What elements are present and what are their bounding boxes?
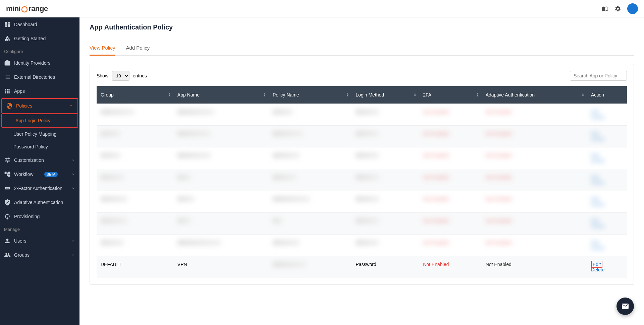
sidebar-item-dashboard[interactable]: Dashboard [0, 17, 79, 31]
col-app-name[interactable]: App Name▲▼ [173, 86, 269, 104]
sidebar-label: Dashboard [14, 22, 37, 27]
table-row: Not Enabled Not Enabled EditDelete [97, 147, 627, 169]
logo[interactable]: mini range [6, 4, 48, 13]
delete-link[interactable]: Delete [591, 267, 604, 272]
customize-icon [4, 157, 11, 164]
sidebar-section-manage: Manage [0, 223, 79, 234]
user-icon [4, 238, 11, 244]
tab-add-policy[interactable]: Add Policy [126, 39, 150, 55]
sidebar-label: Policies [16, 103, 32, 109]
sidebar-label: Adaptive Authentication [14, 200, 63, 205]
sidebar-label: Apps [14, 88, 25, 94]
sidebar-label: Customization [14, 157, 44, 163]
search-input[interactable] [570, 71, 627, 81]
tab-view-policy[interactable]: View Policy [90, 39, 115, 56]
sidebar-item-apps[interactable]: Apps [0, 84, 79, 98]
table-row: Not Enabled Not Enabled EditDelete [97, 104, 627, 126]
sidebar-item-groups[interactable]: Groups [0, 248, 79, 262]
groups-icon [4, 252, 11, 258]
apps-icon [4, 88, 11, 94]
main-content: App Authentication Policy View Policy Ad… [79, 17, 644, 325]
sidebar-label: App Login Policy [15, 118, 50, 123]
chevron-right-icon [71, 239, 75, 243]
sidebar-label: Password Policy [13, 144, 48, 149]
col-action: Action [587, 86, 627, 104]
sort-icon: ▲▼ [168, 93, 171, 97]
entries-label: entries [133, 73, 147, 78]
sort-icon: ▲▼ [263, 93, 266, 97]
page-title: App Authentication Policy [90, 17, 634, 36]
entries-select[interactable]: 10 [112, 71, 129, 81]
sidebar-sub-app-login-policy[interactable]: App Login Policy [2, 114, 77, 127]
sidebar-label: Getting Started [14, 36, 46, 41]
sidebar: Dashboard Getting Started Configure Iden… [0, 17, 79, 325]
policy-table: Group▲▼ App Name▲▼ Policy Name▲▼ Login M… [97, 86, 627, 278]
docs-icon[interactable] [602, 5, 608, 12]
sidebar-item-external-directories[interactable]: External Directories [0, 70, 79, 84]
chat-fab[interactable] [616, 298, 634, 315]
col-policy-name[interactable]: Policy Name▲▼ [269, 86, 352, 104]
tabs: View Policy Add Policy [90, 39, 634, 56]
sidebar-label: 2-Factor Authentication [14, 186, 62, 191]
sort-icon: ▲▼ [346, 93, 349, 97]
sidebar-label: External Directories [14, 74, 55, 80]
col-adaptive-auth[interactable]: Adaptive Authentication▲▼ [482, 86, 587, 104]
col-group[interactable]: Group▲▼ [97, 86, 173, 104]
beta-badge: BETA [44, 172, 57, 177]
dashboard-icon [4, 21, 11, 28]
shield-check-icon [4, 199, 11, 206]
avatar[interactable] [627, 3, 638, 14]
chevron-right-icon [71, 186, 75, 191]
sync-icon [4, 213, 11, 220]
sidebar-label: Workflow [14, 172, 33, 177]
panel: Show 10 entries Group▲▼ App Name▲▼ Polic… [90, 64, 634, 285]
cell-login-method: Password [352, 256, 419, 278]
cell-policy-name [269, 256, 352, 278]
table-row: Not Enabled Not Enabled EditDelete [97, 169, 627, 191]
list-icon [4, 74, 11, 80]
sidebar-item-identity-providers[interactable]: Identity Providers [0, 56, 79, 70]
sidebar-label: Identity Providers [14, 60, 50, 66]
cell-app-name: VPN [173, 256, 269, 278]
chevron-down-icon [69, 104, 73, 108]
sidebar-item-users[interactable]: Users [0, 234, 79, 248]
sidebar-item-workflow[interactable]: Workflow BETA [0, 167, 79, 181]
rocket-icon [4, 35, 11, 42]
logo-text-mini: mini [6, 4, 20, 13]
sidebar-section-configure: Configure [0, 46, 79, 56]
table-row: Not Enabled Not Enabled EditDelete [97, 235, 627, 256]
col-2fa[interactable]: 2FA▲▼ [419, 86, 482, 104]
table-row: DEFAULT VPN Password Not Enabled Not Ena… [97, 256, 627, 278]
sidebar-item-getting-started[interactable]: Getting Started [0, 31, 79, 46]
sidebar-item-provisioning[interactable]: Provisioning [0, 209, 79, 223]
gear-icon[interactable] [614, 5, 621, 12]
mail-icon [621, 302, 629, 310]
sidebar-item-customization[interactable]: Customization [0, 153, 79, 167]
sidebar-label: Users [14, 238, 26, 244]
sort-icon: ▲▼ [582, 93, 584, 97]
col-login-method[interactable]: Login Method▲▼ [352, 86, 419, 104]
cell-group: DEFAULT [97, 256, 173, 278]
briefcase-icon [4, 60, 11, 66]
logo-text-range: range [29, 4, 48, 13]
chevron-right-icon [71, 158, 75, 162]
sidebar-item-adaptive-auth[interactable]: Adaptive Authentication [0, 195, 79, 209]
show-label: Show [97, 73, 108, 78]
sidebar-sub-password-policy[interactable]: Password Policy [0, 140, 79, 153]
logo-o-icon [20, 5, 29, 13]
chevron-right-icon [71, 172, 75, 177]
sidebar-label: Groups [14, 252, 30, 258]
table-row: Not Enabled Not Enabled EditDelete [97, 126, 627, 147]
svg-text:123: 123 [6, 187, 9, 189]
cell-adaptive: Not Enabled [482, 256, 587, 278]
entries-control: Show 10 entries [97, 71, 147, 81]
table-row: Not Enabled Not Enabled EditDelete [97, 213, 627, 235]
sidebar-label: User Policy Mapping [13, 131, 56, 137]
sidebar-item-2fa[interactable]: 123 2-Factor Authentication [0, 181, 79, 195]
sort-icon: ▲▼ [476, 93, 479, 97]
cell-2fa: Not Enabled [419, 256, 482, 278]
sidebar-item-policies[interactable]: Policies [2, 99, 77, 113]
table-row: Not Enabled Not Enabled EditDelete [97, 191, 627, 213]
sidebar-sub-user-policy-mapping[interactable]: User Policy Mapping [0, 128, 79, 140]
cell-action: Edit Delete [587, 256, 627, 278]
